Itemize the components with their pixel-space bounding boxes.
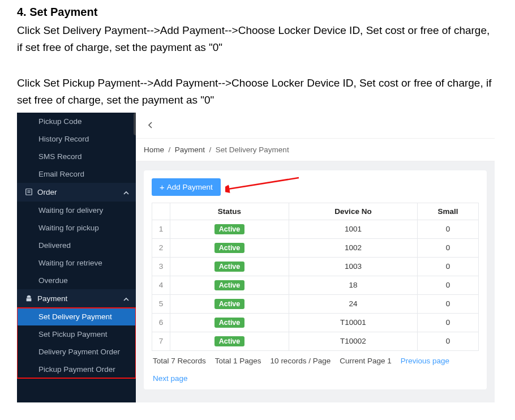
cell-status: Active [170, 313, 289, 332]
app-screenshot: Pickup Code History Record SMS Record Em… [17, 113, 495, 402]
table-row[interactable]: 5Active240 [152, 294, 479, 313]
table-row[interactable]: 6ActiveT100010 [152, 313, 479, 332]
cell-index: 6 [152, 313, 170, 332]
doc-heading: 4. Set Payment [17, 6, 498, 19]
sidebar-item-delivered[interactable]: Delivered [17, 237, 136, 254]
cell-device: 1002 [289, 238, 418, 257]
cell-device: 24 [289, 294, 418, 313]
cell-status: Active [170, 276, 289, 294]
pager-next[interactable]: Next page [153, 374, 188, 383]
annotation-arrow [225, 175, 304, 203]
breadcrumb-home[interactable]: Home [144, 145, 164, 154]
table-row[interactable]: 1Active10010 [152, 220, 479, 238]
highlight-box: Set Delivery Payment Set Pickup Payment … [17, 308, 136, 378]
doc-paragraph-2: Click Set Pickup Payment-->Add Payment--… [17, 75, 498, 109]
status-badge: Active [214, 299, 245, 309]
breadcrumb-payment[interactable]: Payment [175, 145, 205, 154]
chevron-up-icon [123, 189, 129, 195]
chevron-up-icon [123, 295, 129, 301]
cell-device: 1003 [289, 257, 418, 276]
cell-small: 0 [418, 313, 479, 332]
cell-device: T10001 [289, 313, 418, 332]
cell-index: 1 [152, 220, 170, 238]
cell-device: 18 [289, 276, 418, 294]
table-row[interactable]: 2Active10020 [152, 238, 479, 257]
cell-status: Active [170, 294, 289, 313]
svg-rect-0 [26, 189, 32, 195]
sidebar-item-pickup-payment-order[interactable]: Pickup Payment Order [17, 361, 136, 378]
content-area: Home / Payment / Set Delivery Payment + … [136, 113, 495, 402]
pager-prev[interactable]: Previous page [401, 357, 449, 365]
doc-paragraph-1: Click Set Delivery Payment-->Add Payment… [17, 22, 498, 57]
breadcrumb-current: Set Delivery Payment [216, 145, 289, 154]
status-badge: Active [214, 336, 245, 346]
order-icon [25, 188, 33, 196]
table-row[interactable]: 7ActiveT100020 [152, 332, 479, 350]
col-device: Device No [289, 203, 418, 220]
sidebar-group-payment[interactable]: Payment [17, 289, 136, 308]
sidebar-item-history-record[interactable]: History Record [17, 130, 136, 148]
sidebar-item-set-delivery-payment[interactable]: Set Delivery Payment [17, 308, 136, 325]
cell-status: Active [170, 220, 289, 238]
sidebar: Pickup Code History Record SMS Record Em… [17, 113, 136, 402]
sidebar-group-payment-label: Payment [37, 294, 67, 303]
pager-per-page: 10 records / Page [271, 357, 331, 365]
sidebar-item-waiting-delivery[interactable]: Waiting for delivery [17, 202, 136, 219]
cell-device: T10002 [289, 332, 418, 350]
cell-small: 0 [418, 220, 479, 238]
sidebar-item-sms-record[interactable]: SMS Record [17, 148, 136, 165]
cell-status: Active [170, 257, 289, 276]
cell-index: 5 [152, 294, 170, 313]
cell-status: Active [170, 238, 289, 257]
sidebar-item-delivery-payment-order[interactable]: Delivery Payment Order [17, 343, 136, 361]
plus-icon: + [160, 183, 165, 191]
cell-small: 0 [418, 332, 479, 350]
status-badge: Active [214, 262, 245, 272]
sidebar-group-order-label: Order [37, 188, 57, 196]
status-badge: Active [214, 318, 245, 328]
cell-small: 0 [418, 238, 479, 257]
sidebar-item-overdue[interactable]: Overdue [17, 272, 136, 289]
card: + Add Payment [144, 170, 487, 389]
sidebar-group-order[interactable]: Order [17, 183, 136, 202]
pager-current: Current Page 1 [340, 357, 392, 365]
cell-index: 3 [152, 257, 170, 276]
cell-status: Active [170, 332, 289, 350]
status-badge: Active [214, 224, 245, 234]
pager-total-pages: Total 1 Pages [215, 357, 261, 365]
status-badge: Active [214, 280, 245, 290]
add-payment-button[interactable]: + Add Payment [152, 178, 221, 196]
table-row[interactable]: 3Active10030 [152, 257, 479, 276]
back-button[interactable] [141, 117, 160, 134]
breadcrumb: Home / Payment / Set Delivery Payment [136, 139, 495, 161]
col-small: Small [418, 203, 479, 220]
sidebar-item-email-record[interactable]: Email Record [17, 165, 136, 183]
cell-small: 0 [418, 257, 479, 276]
status-badge: Active [214, 243, 245, 253]
svg-line-3 [228, 178, 299, 189]
pagination: Total 7 Records Total 1 Pages 10 records… [152, 351, 479, 384]
topbar [136, 113, 495, 139]
table-header-row: Status Device No Small [152, 203, 479, 220]
payment-icon [25, 294, 33, 302]
cell-index: 2 [152, 238, 170, 257]
payments-table: Status Device No Small 1Active100102Acti… [152, 203, 479, 351]
col-status: Status [170, 203, 289, 220]
add-payment-label: Add Payment [167, 183, 213, 191]
table-row[interactable]: 4Active180 [152, 276, 479, 294]
cell-device: 1001 [289, 220, 418, 238]
sidebar-item-pickup-code[interactable]: Pickup Code [17, 113, 136, 130]
col-index [152, 203, 170, 220]
sidebar-item-waiting-pickup[interactable]: Waiting for pickup [17, 219, 136, 237]
sidebar-item-waiting-retrieve[interactable]: Waiting for retrieve [17, 254, 136, 272]
sidebar-item-set-pickup-payment[interactable]: Set Pickup Payment [17, 325, 136, 343]
cell-index: 7 [152, 332, 170, 350]
pager-total-records: Total 7 Records [153, 357, 206, 365]
cell-index: 4 [152, 276, 170, 294]
cell-small: 0 [418, 294, 479, 313]
cell-small: 0 [418, 276, 479, 294]
